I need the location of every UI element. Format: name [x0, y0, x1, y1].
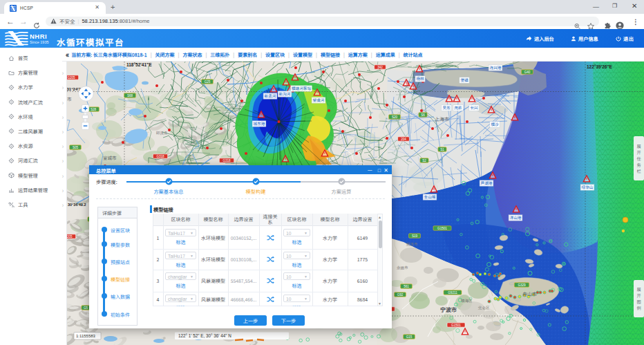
svg-text:G318: G318 [156, 155, 164, 158]
svg-text:204: 204 [401, 138, 406, 141]
svg-text:新孟河: 新孟河 [265, 93, 276, 99]
svg-text:122° 1' 52" E, 30° 36' 44" N: 122° 1' 52" E, 30° 36' 44" N [178, 333, 231, 338]
svg-text:望虞河: 望虞河 [313, 97, 325, 103]
svg-text:镇海区: 镇海区 [461, 298, 473, 304]
svg-text:G15: G15 [406, 335, 413, 339]
svg-text:S6: S6 [421, 113, 425, 117]
svg-text:吴淞: 吴淞 [442, 105, 451, 111]
svg-text:郎溪县: 郎溪县 [156, 130, 168, 136]
svg-text:G5: G5 [84, 306, 88, 310]
svg-text:舟山市: 舟山市 [522, 290, 537, 297]
svg-text:G1501: G1501 [437, 227, 447, 230]
svg-text:G205: G205 [67, 235, 73, 239]
svg-text:G205: G205 [67, 76, 75, 80]
svg-text:新沟河: 新沟河 [279, 91, 291, 97]
svg-text:S19: S19 [412, 234, 418, 238]
svg-text:堡镇: 堡镇 [460, 77, 468, 83]
svg-text:芦潮港: 芦潮港 [481, 180, 493, 186]
svg-text:561: 561 [404, 285, 409, 288]
svg-text:G25: G25 [205, 80, 211, 84]
svg-text:展开任务栏: 展开任务栏 [636, 143, 642, 174]
svg-text:慈溪市: 慈溪市 [406, 241, 418, 247]
svg-text:S1: S1 [440, 148, 444, 151]
svg-text:G318: G318 [222, 159, 231, 162]
svg-text:G1501: G1501 [451, 324, 461, 327]
svg-text:金山嘴: 金山嘴 [424, 194, 436, 200]
svg-text:宁波市: 宁波市 [440, 306, 457, 313]
svg-text:连兴港: 连兴港 [490, 65, 502, 71]
svg-text:G329: G329 [518, 283, 526, 287]
svg-text:长兴: 长兴 [470, 105, 478, 111]
svg-text:118°52'41"E: 118°52'41"E [126, 62, 152, 67]
svg-text:余姚市: 余姚市 [397, 265, 408, 270]
svg-text:1:1155583: 1:1155583 [76, 334, 96, 338]
svg-text:宣城市: 宣城市 [103, 154, 117, 161]
svg-text:30°36'49.2: 30°36'49.2 [68, 203, 86, 207]
svg-text:横塘河泵站: 横塘河泵站 [292, 86, 311, 91]
svg-text:S20: S20 [392, 115, 398, 119]
svg-text:S68: S68 [127, 94, 133, 97]
svg-text:上海市: 上海市 [435, 115, 449, 122]
svg-text:S28: S28 [91, 108, 97, 111]
svg-text:洋山港: 洋山港 [510, 215, 522, 221]
svg-text:G9211: G9211 [448, 291, 457, 295]
svg-text:G40: G40 [524, 71, 531, 74]
svg-text:S05: S05 [73, 146, 79, 149]
svg-text:S2: S2 [422, 159, 426, 162]
svg-text:342: 342 [377, 66, 383, 69]
svg-text:北仑区: 北仑区 [477, 305, 490, 310]
svg-text:G92: G92 [397, 293, 404, 297]
svg-text:闸桥: 闸桥 [454, 105, 462, 111]
svg-text:横沙: 横沙 [491, 122, 499, 127]
svg-text:城东港: 城东港 [254, 121, 265, 127]
svg-text:杨林: 杨林 [416, 76, 424, 82]
svg-text:绿华山: 绿华山 [582, 185, 594, 190]
svg-text:122°39'26"E: 122°39'26"E [587, 64, 613, 69]
svg-text:溧阳市: 溧阳市 [67, 95, 72, 102]
svg-text:展开图例: 展开图例 [636, 286, 642, 311]
